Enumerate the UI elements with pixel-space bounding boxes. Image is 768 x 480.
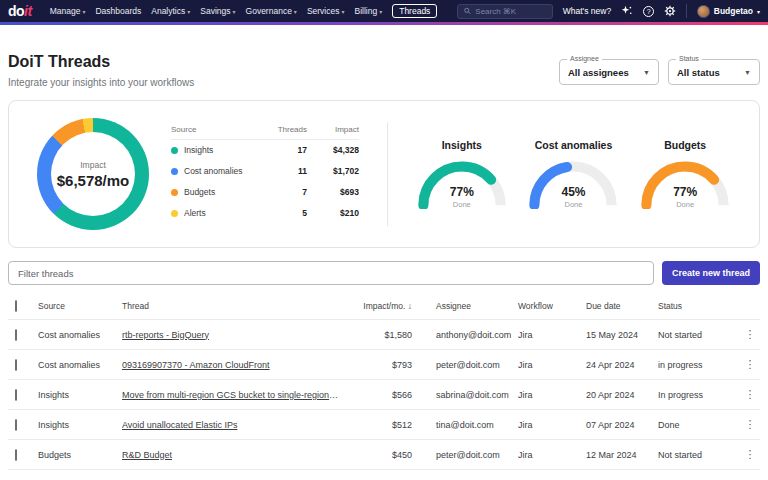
table-header-row: Source Thread Impact/mo. ↓ Assignee Work… — [8, 293, 760, 320]
table-row: Cost anomalies 093169907370 - Amazon Clo… — [8, 350, 760, 380]
assignee-select[interactable]: Assignee All assignees ▼ — [559, 59, 659, 85]
col-impact-sort[interactable]: Impact/mo. ↓ — [348, 301, 412, 311]
row-checkbox[interactable] — [15, 329, 17, 341]
row-checkbox[interactable] — [15, 359, 17, 371]
nav-item-dashboards[interactable]: Dashboards — [95, 6, 141, 16]
thread-link[interactable]: rtb-reports - BigQuery — [122, 330, 348, 340]
chevron-down-icon: ▼ — [643, 69, 650, 76]
table-row: Insights Move from multi-region GCS buck… — [8, 380, 760, 410]
nav-item-billing[interactable]: Billing ▾ — [354, 6, 382, 16]
status-text: In progress — [658, 390, 740, 400]
cost-anomalies-dot-icon — [171, 168, 178, 175]
insights-dot-icon — [171, 147, 178, 154]
whats-new-link[interactable]: What's new? — [563, 6, 611, 16]
nav-item-analytics[interactable]: Analytics ▾ — [151, 6, 190, 16]
logo-it: it — [24, 3, 32, 19]
chevron-down-icon: ▼ — [744, 69, 751, 76]
settings-gear-icon[interactable] — [664, 4, 676, 18]
user-name: Budgetao — [714, 6, 753, 16]
chevron-down-icon: ▾ — [82, 8, 85, 15]
summary-card: Impact $6,578/mo Source Threads Impact I… — [8, 100, 760, 248]
page-title: DoiT Threads — [8, 53, 194, 71]
legend-row-budgets: Budgets 7 $693 — [171, 182, 359, 203]
global-search[interactable] — [457, 4, 552, 19]
search-input[interactable] — [475, 7, 545, 16]
chevron-down-icon: ▾ — [379, 8, 382, 15]
ai-sparkle-icon[interactable] — [621, 4, 633, 18]
create-new-thread-button[interactable]: Create new thread — [662, 261, 760, 285]
filter-threads-input[interactable] — [8, 261, 654, 285]
row-menu-kebab-icon[interactable]: ⋮ — [740, 419, 760, 430]
nav-item-threads-active[interactable]: Threads — [392, 4, 437, 18]
donut-center-label: Impact — [80, 160, 106, 170]
col-source: Source — [38, 301, 122, 311]
impact-donut-chart: Impact $6,578/mo — [37, 118, 149, 230]
donut-center-value: $6,578/mo — [57, 172, 130, 189]
chevron-down-icon: ▾ — [233, 8, 236, 15]
row-menu-kebab-icon[interactable]: ⋮ — [740, 389, 760, 400]
donut-center: Impact $6,578/mo — [51, 132, 135, 216]
help-icon[interactable]: ? — [643, 4, 654, 18]
thread-link[interactable]: R&D Budget — [122, 450, 348, 460]
user-menu[interactable]: Budgetao ▾ — [697, 5, 760, 18]
nav-item-services[interactable]: Services ▾ — [307, 6, 345, 16]
logo-do: do — [8, 3, 24, 19]
status-text: Done — [658, 420, 740, 430]
nav-item-savings[interactable]: Savings ▾ — [200, 6, 235, 16]
search-icon — [464, 7, 471, 15]
avatar — [697, 5, 710, 18]
chevron-down-icon: ▾ — [341, 8, 344, 15]
table-row: Cost anomalies rtb-reports - BigQuery $1… — [8, 320, 760, 350]
page-header: DoiT Threads Integrate your insights int… — [8, 53, 760, 88]
row-checkbox[interactable] — [15, 419, 17, 431]
top-navbar: do it Manage ▾ Dashboards Analytics ▾ Sa… — [0, 0, 768, 22]
table-row: Budgets R&D Budget $450 peter@doit.com J… — [8, 440, 760, 470]
assignee-select-value: All assignees — [568, 67, 629, 78]
nav-divider — [686, 4, 687, 18]
title-block: DoiT Threads Integrate your insights int… — [8, 53, 194, 88]
col-workflow: Workflow — [518, 301, 586, 311]
status-text: Not started — [658, 450, 740, 460]
row-checkbox[interactable] — [15, 389, 17, 401]
legend-row-cost-anomalies: Cost anomalies 11 $1,702 — [171, 161, 359, 182]
header-filters: Assignee All assignees ▼ Status All stat… — [559, 59, 760, 85]
budgets-dot-icon — [171, 189, 178, 196]
progress-gauges: Insights 77% Done Cost anomalies — [388, 139, 759, 209]
status-text: in progress — [658, 360, 740, 370]
filter-row: Create new thread — [8, 261, 760, 285]
chevron-down-icon: ▾ — [757, 8, 760, 15]
nav-item-manage[interactable]: Manage ▾ — [50, 6, 86, 16]
row-menu-kebab-icon[interactable]: ⋮ — [740, 329, 760, 340]
brand-gradient-bar — [0, 22, 768, 25]
col-assignee: Assignee — [436, 301, 518, 311]
col-status: Status — [658, 301, 740, 311]
status-select[interactable]: Status All status ▼ — [668, 59, 760, 85]
status-text: Not started — [658, 330, 740, 340]
alerts-dot-icon — [171, 210, 178, 217]
doit-logo[interactable]: do it — [8, 3, 32, 19]
nav-item-governance[interactable]: Governance ▾ — [246, 6, 297, 16]
row-menu-kebab-icon[interactable]: ⋮ — [740, 359, 760, 370]
select-all-checkbox[interactable] — [15, 300, 17, 312]
assignee-select-label: Assignee — [567, 55, 602, 62]
source-legend-table: Source Threads Impact Insights 17 $4,328… — [171, 125, 359, 224]
status-select-label: Status — [676, 55, 702, 62]
gauge-budgets: Budgets 77% Done — [633, 139, 737, 209]
legend-row-alerts: Alerts 5 $210 — [171, 203, 359, 224]
chevron-down-icon: ▾ — [187, 8, 190, 15]
thread-link[interactable]: Move from multi-region GCS bucket to sin… — [122, 390, 348, 400]
legend-header: Source Threads Impact — [171, 125, 359, 140]
gauge-cost-anomalies: Cost anomalies 45% Done — [521, 139, 625, 209]
thread-link[interactable]: Avoid unallocated Elastic IPs — [122, 420, 348, 430]
sort-desc-icon: ↓ — [408, 301, 412, 311]
row-menu-kebab-icon[interactable]: ⋮ — [740, 449, 760, 460]
table-row: Insights Avoid unallocated Elastic IPs $… — [8, 410, 760, 440]
thread-link[interactable]: 093169907370 - Amazon CloudFront — [122, 360, 348, 370]
row-checkbox[interactable] — [15, 449, 17, 461]
gauge-insights: Insights 77% Done — [410, 139, 514, 209]
chevron-down-icon: ▾ — [294, 8, 297, 15]
col-due-date: Due date — [586, 301, 658, 311]
page-subtitle: Integrate your insights into your workfl… — [8, 77, 194, 88]
threads-table: Source Thread Impact/mo. ↓ Assignee Work… — [8, 293, 760, 470]
status-select-value: All status — [677, 67, 720, 78]
